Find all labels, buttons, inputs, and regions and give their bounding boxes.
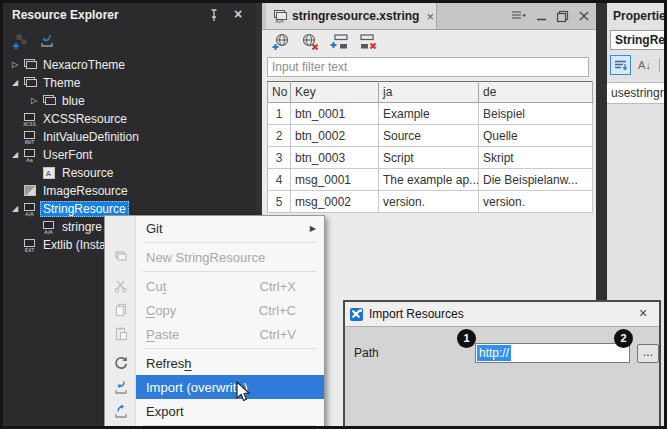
grid-cell[interactable]: msg_0002 — [291, 191, 379, 213]
grid-cell[interactable]: Skript — [479, 147, 593, 169]
grid-toolbar — [262, 30, 379, 54]
theme-icon — [22, 76, 37, 91]
tab-list-icon[interactable] — [511, 9, 527, 23]
path-input[interactable]: http:// — [475, 343, 630, 363]
menu-item-label: Cut — [146, 279, 166, 294]
add-language-icon[interactable] — [271, 32, 292, 52]
tab-stringresource[interactable]: A/A stringresource.xstring × — [266, 3, 437, 29]
app-icon — [350, 308, 363, 321]
add-row-icon[interactable] — [329, 32, 350, 52]
grid-cell[interactable]: The example ap... — [379, 169, 479, 191]
grid-cell[interactable]: Die Beispielanw... — [479, 169, 593, 191]
restore-icon[interactable] — [556, 10, 569, 23]
menu-separator — [143, 271, 316, 272]
export-icon — [105, 403, 136, 419]
tree-item-initvaluedefinition[interactable]: INITInitValueDefinition — [3, 128, 256, 146]
path-input-value: http:// — [477, 345, 511, 361]
tab-close-icon[interactable]: × — [426, 10, 434, 23]
grid-cell[interactable]: version. — [479, 191, 593, 213]
theme-icon — [22, 58, 37, 73]
refresh-icon — [105, 355, 136, 371]
tree-item-label: XCSSResource — [40, 111, 130, 127]
row-number-cell: 1 — [268, 103, 291, 125]
menu-item-git[interactable]: Git▶ — [105, 216, 324, 240]
remove-language-icon[interactable] — [300, 32, 321, 52]
toolbar-separator — [659, 58, 660, 72]
resource-explorer-header: Resource Explorer × — [3, 3, 256, 27]
table-row: 1btn_0001ExampleBeispiel — [268, 103, 593, 125]
grid-cell[interactable]: Source — [379, 125, 479, 147]
tree-item-label: Resource — [59, 165, 116, 181]
submenu-arrow-icon: ▶ — [310, 224, 316, 233]
grid-cell[interactable]: Example — [379, 103, 479, 125]
string-icon: A/A — [22, 202, 37, 217]
tree-item-xcssresource[interactable]: XCSSXCSSResource — [3, 110, 256, 128]
menu-item-label: Copy — [146, 303, 176, 318]
editor-tabstrip: A/A stringresource.xstring × — [262, 3, 596, 30]
tree-item-resource[interactable]: AResource — [3, 164, 256, 182]
browse-button[interactable]: ... — [637, 344, 659, 363]
grid-cell[interactable]: btn_0001 — [291, 103, 379, 125]
tree-item-blue[interactable]: ▷blue — [3, 92, 256, 110]
column-header-no: No — [268, 82, 291, 103]
table-row: 3btn_0003ScriptSkript — [268, 147, 593, 169]
dialog-close-icon[interactable]: × — [635, 305, 651, 321]
categorized-icon[interactable] — [610, 55, 631, 75]
tree-item-nexacrotheme[interactable]: ▷NexacroTheme — [3, 56, 256, 74]
menu-separator — [143, 425, 316, 426]
new-resource-icon[interactable] — [10, 30, 30, 50]
filter-input[interactable] — [267, 57, 589, 77]
menu-shortcut: Ctrl+V — [260, 327, 324, 342]
properties-toolbar: A↓ — [610, 55, 664, 75]
cut-icon — [105, 278, 136, 294]
tree-item-userfont[interactable]: ◢AaUserFont — [3, 146, 256, 164]
menu-shortcut: Ctrl+X — [260, 279, 324, 294]
grid-cell[interactable]: msg_0001 — [291, 169, 379, 191]
minimize-icon[interactable] — [536, 10, 547, 22]
menu-item-export[interactable]: Export — [105, 399, 324, 423]
grid-cell[interactable]: btn_0003 — [291, 147, 379, 169]
menu-item-new-stringresource: New StringResource — [105, 245, 324, 269]
import-resource-icon[interactable] — [37, 30, 57, 50]
pin-icon[interactable] — [206, 7, 222, 23]
import-icon — [105, 379, 136, 395]
image-icon — [22, 184, 37, 199]
string-table: NoKeyjade 1btn_0001ExampleBeispiel2btn_0… — [267, 81, 593, 213]
tree-item-label: Theme — [40, 75, 83, 91]
grid-cell[interactable]: btn_0002 — [291, 125, 379, 147]
object-selector[interactable]: StringRes — [610, 30, 664, 50]
grid-cell[interactable]: Script — [379, 147, 479, 169]
column-header-de: de — [479, 82, 593, 103]
row-number-cell: 5 — [268, 191, 291, 213]
tree-item-imageresource[interactable]: ImageResource — [3, 182, 256, 200]
grid-cell[interactable]: version. — [379, 191, 479, 213]
remove-row-icon[interactable] — [358, 32, 379, 52]
table-row: 4msg_0001The example ap...Die Beispielan… — [268, 169, 593, 191]
grid-cell[interactable]: Beispiel — [479, 103, 593, 125]
tree-item-label: UserFont — [40, 147, 95, 163]
expander-icon[interactable]: ▷ — [27, 92, 41, 110]
menu-item-copy: CopyCtrl+C — [105, 298, 324, 322]
menu-item-import-overwrite[interactable]: Import (overwrite) — [105, 375, 324, 399]
expander-icon[interactable]: ◢ — [8, 74, 22, 92]
annotation-badge-1: 1 — [457, 329, 476, 348]
xcss-icon: XCSS — [22, 112, 37, 127]
row-number-cell: 2 — [268, 125, 291, 147]
tree-item-theme[interactable]: ◢Theme — [3, 74, 256, 92]
tree-item-label: blue — [59, 93, 88, 109]
close-icon[interactable]: × — [230, 6, 246, 22]
grid-cell[interactable]: Quelle — [479, 125, 593, 147]
expander-icon[interactable]: ▷ — [8, 56, 22, 74]
close-icon[interactable] — [578, 10, 590, 22]
resource-explorer-toolbar — [3, 27, 256, 55]
new-string-icon — [105, 249, 136, 265]
menu-item-label: Git — [146, 221, 163, 236]
sort-alpha-icon[interactable]: A↓ — [634, 55, 655, 75]
theme-icon — [41, 94, 56, 109]
path-label: Path — [354, 346, 379, 360]
menu-item-refresh[interactable]: Refresh — [105, 351, 324, 375]
row-number-cell: 3 — [268, 147, 291, 169]
property-row[interactable]: usestringre — [607, 82, 664, 104]
dialog-titlebar: Import Resources × — [345, 302, 659, 327]
column-header-ja: ja — [379, 82, 479, 103]
